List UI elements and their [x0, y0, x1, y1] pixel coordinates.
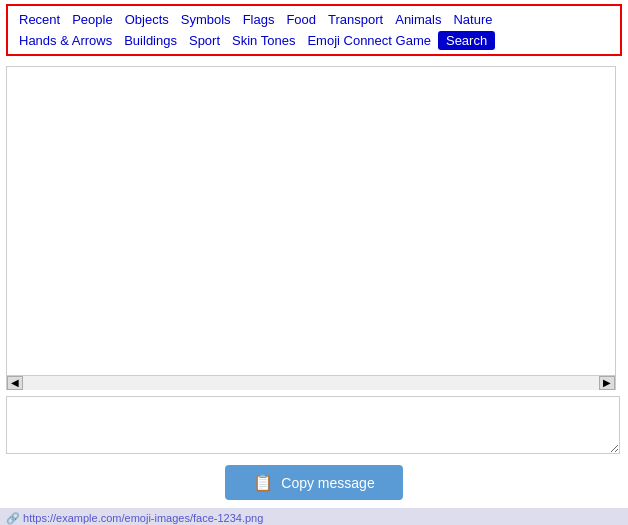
nav-item-food[interactable]: Food — [281, 10, 321, 29]
nav-bar: RecentPeopleObjectsSymbolsFlagsFoodTrans… — [6, 4, 622, 56]
horizontal-scrollbar[interactable]: ◀ ▶ — [6, 376, 616, 390]
emoji-grid-container[interactable] — [6, 66, 616, 376]
nav-item-search[interactable]: Search — [438, 31, 495, 50]
message-textarea[interactable] — [6, 396, 620, 454]
scroll-left-arrow[interactable]: ◀ — [7, 376, 23, 390]
bottom-bar: 🔗 https://example.com/emoji-images/face-… — [0, 508, 628, 525]
nav-item-objects[interactable]: Objects — [120, 10, 174, 29]
nav-item-flags[interactable]: Flags — [238, 10, 280, 29]
nav-item-transport[interactable]: Transport — [323, 10, 388, 29]
scroll-right-arrow[interactable]: ▶ — [599, 376, 615, 390]
bottom-text: 🔗 https://example.com/emoji-images/face-… — [6, 512, 263, 524]
copy-button-label: Copy message — [281, 475, 374, 491]
nav-item-buildings[interactable]: Buildings — [119, 31, 182, 50]
nav-item-hands[interactable]: Hands & Arrows — [14, 31, 117, 50]
text-area-container — [6, 396, 620, 457]
copy-button-container: 📋 Copy message — [0, 465, 628, 500]
nav-item-symbols[interactable]: Symbols — [176, 10, 236, 29]
nav-row-2: Hands & ArrowsBuildingsSportSkin TonesEm… — [14, 31, 614, 50]
scroll-track — [23, 376, 599, 390]
nav-item-people[interactable]: People — [67, 10, 117, 29]
nav-item-connectgame[interactable]: Emoji Connect Game — [302, 31, 436, 50]
nav-row-1: RecentPeopleObjectsSymbolsFlagsFoodTrans… — [14, 10, 614, 29]
nav-item-sport[interactable]: Sport — [184, 31, 225, 50]
nav-item-recent[interactable]: Recent — [14, 10, 65, 29]
nav-item-animals[interactable]: Animals — [390, 10, 446, 29]
nav-item-nature[interactable]: Nature — [448, 10, 497, 29]
copy-message-button[interactable]: 📋 Copy message — [225, 465, 402, 500]
copy-icon: 📋 — [253, 473, 273, 492]
nav-item-skintones[interactable]: Skin Tones — [227, 31, 300, 50]
